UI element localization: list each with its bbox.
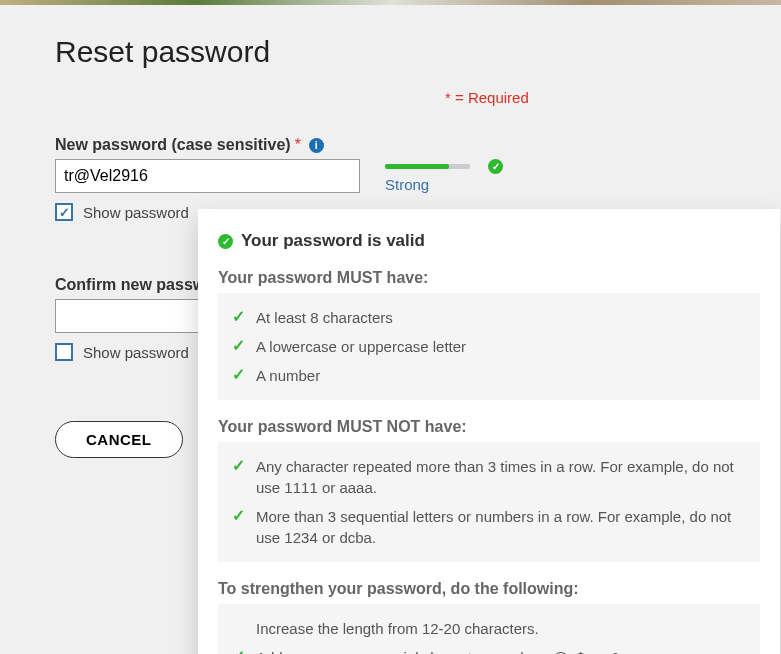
new-password-label: New password (case sensitive)* i — [55, 136, 726, 154]
must-have-box: At least 8 characters A lowercase or upp… — [218, 293, 760, 400]
valid-check-icon — [218, 234, 233, 249]
check-icon — [232, 307, 247, 326]
cancel-button[interactable]: CANCEL — [55, 421, 183, 458]
rule-item: A number — [232, 361, 746, 390]
check-icon — [232, 336, 247, 355]
must-not-heading: Your password MUST NOT have: — [218, 418, 760, 436]
must-have-heading: Your password MUST have: — [218, 269, 760, 287]
check-icon — [232, 647, 247, 654]
strength-label: Strong — [385, 176, 503, 193]
password-strength: Strong — [385, 159, 503, 193]
show-new-password-label: Show password — [83, 204, 189, 221]
new-password-input[interactable] — [55, 159, 360, 193]
rule-item: More than 3 sequential letters or number… — [232, 502, 746, 552]
rule-item: At least 8 characters — [232, 303, 746, 332]
show-new-password-checkbox[interactable] — [55, 203, 73, 221]
must-not-box: Any character repeated more than 3 times… — [218, 442, 760, 562]
rule-item: Add one or more special characters such … — [232, 643, 746, 654]
show-confirm-password-label: Show password — [83, 344, 189, 361]
strengthen-heading: To strengthen your password, do the foll… — [218, 580, 760, 598]
rule-item: A lowercase or uppercase letter — [232, 332, 746, 361]
show-confirm-password-checkbox[interactable] — [55, 343, 73, 361]
check-icon — [232, 456, 247, 475]
strengthen-box: Increase the length from 12-20 character… — [218, 604, 760, 654]
check-icon — [232, 506, 247, 525]
page-title: Reset password — [55, 35, 726, 69]
check-icon — [232, 365, 247, 384]
info-icon[interactable]: i — [309, 138, 324, 153]
valid-heading: Your password is valid — [241, 231, 425, 251]
new-password-label-text: New password (case sensitive) — [55, 136, 291, 154]
rule-item: Increase the length from 12-20 character… — [232, 614, 746, 643]
required-asterisk: * — [295, 136, 301, 154]
rule-item: Any character repeated more than 3 times… — [232, 452, 746, 502]
password-rules-panel: Your password is valid Your password MUS… — [198, 209, 780, 654]
check-circle-icon — [488, 159, 503, 174]
required-note: * = Required — [445, 89, 726, 106]
strength-bar — [385, 164, 470, 169]
